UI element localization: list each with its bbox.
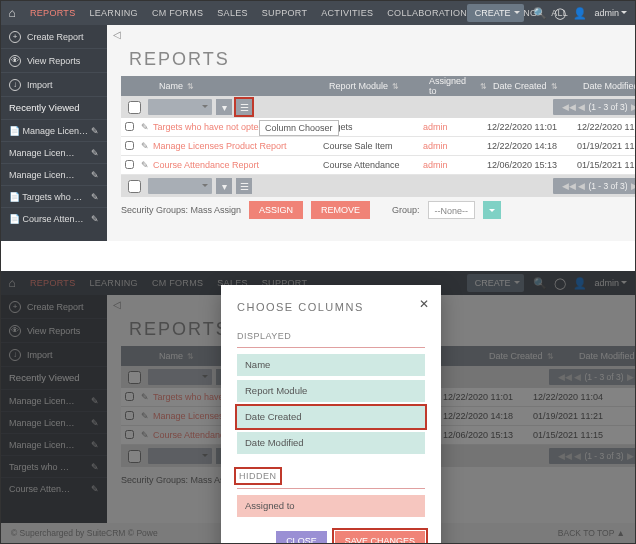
hidden-label: HIDDEN (237, 470, 279, 482)
group-select[interactable]: --None-- (428, 201, 476, 219)
recent-item[interactable]: Manage Licen…✎ (1, 389, 107, 411)
recent-item[interactable]: Manage Licen…✎ (1, 433, 107, 455)
edit-icon[interactable]: ✎ (91, 148, 99, 158)
search-icon[interactable]: 🔍 (530, 277, 550, 290)
sort-icon[interactable]: ⇅ (187, 82, 194, 91)
sort-icon[interactable]: ⇅ (392, 82, 399, 91)
view-reports[interactable]: 👁View Reports (1, 319, 107, 343)
row-module: Course Attendance (323, 160, 423, 170)
nav-collab[interactable]: COLLABORATION (380, 1, 474, 25)
nav-learning[interactable]: LEARNING (82, 271, 144, 295)
row-checkbox[interactable] (125, 141, 134, 150)
modal-title: CHOOSE COLUMNS (237, 301, 425, 313)
column-chip[interactable]: Name (237, 354, 425, 376)
recent-item[interactable]: 📄 Targets who …✎ (1, 185, 107, 207)
row-assigned[interactable]: admin (423, 141, 487, 151)
view-reports[interactable]: 👁View Reports (1, 49, 107, 73)
import-label: Import (27, 80, 53, 90)
bulk-action[interactable] (148, 99, 212, 115)
bulk-action[interactable] (148, 178, 212, 194)
group-dropdown-icon[interactable] (483, 201, 501, 219)
row-name[interactable]: Course Attendance Report (153, 160, 323, 170)
filter-icon[interactable]: ▾ (216, 178, 232, 194)
bell-icon[interactable]: ◯ (550, 277, 570, 290)
mass-assign-footer: Security Groups: Mass Assign ASSIGN REMO… (107, 197, 635, 223)
page-title: REPORTS (107, 43, 635, 76)
edit-icon[interactable]: ✎ (91, 170, 99, 180)
search-icon[interactable]: 🔍 (530, 7, 550, 20)
close-icon[interactable]: ✕ (419, 297, 429, 311)
bell-icon[interactable]: ◯ (550, 7, 570, 20)
user-menu[interactable]: admin (590, 8, 631, 18)
row-modified: 12/22/2020 11:04 (577, 122, 635, 132)
back-to-top[interactable]: BACK TO TOP ▲ (558, 528, 625, 538)
recent-item[interactable]: Targets who …✎ (1, 455, 107, 477)
create-button[interactable]: CREATE (467, 4, 525, 22)
user-menu[interactable]: admin (590, 278, 631, 288)
edit-icon[interactable]: ✎ (137, 141, 153, 151)
table-row[interactable]: ✎ Manage Licenses Product Report Course … (121, 137, 635, 156)
edit-icon[interactable]: ✎ (91, 192, 99, 202)
column-chip[interactable]: Date Created (237, 406, 425, 428)
column-chip[interactable]: Date Modified (237, 432, 425, 454)
nav-support[interactable]: SUPPORT (255, 1, 314, 25)
create-button[interactable]: CREATE (467, 274, 525, 292)
row-name[interactable]: Manage Licenses Product Report (153, 141, 323, 151)
row-checkbox[interactable] (125, 160, 134, 169)
recent-item[interactable]: Manage Licen…✎ (1, 411, 107, 433)
create-report[interactable]: +Create Report (1, 25, 107, 49)
recent-item[interactable]: 📄 Course Atten…✎ (1, 207, 107, 229)
select-all[interactable] (128, 101, 141, 114)
edit-icon[interactable]: ✎ (91, 126, 99, 136)
copyright: © Supercharged by SuiteCRM © Powe (11, 528, 158, 538)
pager-bottom: ◀◀ ◀(1 - 3 of 3)▶ ▶▶ (553, 178, 635, 194)
group-label: Group: (392, 205, 420, 215)
user-icon[interactable]: 👤 (570, 277, 590, 290)
table-toolbar-bottom: ▾ ☰ ◀◀ ◀(1 - 3 of 3)▶ ▶▶ (121, 175, 635, 197)
recent-header: Recently Viewed (1, 367, 107, 389)
nav-sales[interactable]: SALES (210, 1, 255, 25)
choose-columns-modal: ✕ CHOOSE COLUMNS DISPLAYED Name Report M… (221, 285, 441, 543)
sort-icon[interactable]: ⇅ (480, 82, 487, 91)
assign-button[interactable]: ASSIGN (249, 201, 303, 219)
nav-reports[interactable]: REPORTS (23, 271, 82, 295)
recent-item[interactable]: 📄 Manage Licen…✎ (1, 119, 107, 141)
column-chip[interactable]: Report Module (237, 380, 425, 402)
recent-item[interactable]: Course Atten…✎ (1, 477, 107, 499)
create-report-label: Create Report (27, 32, 84, 42)
sort-icon[interactable]: ⇅ (551, 82, 558, 91)
nav-reports[interactable]: REPORTS (23, 1, 82, 25)
modal-close-button[interactable]: CLOSE (276, 531, 327, 543)
table-header: Name⇅ Report Module⇅ Assigned to⇅ Date C… (121, 76, 635, 96)
row-assigned[interactable]: admin (423, 122, 487, 132)
import[interactable]: ↓Import (1, 73, 107, 97)
nav-cmforms[interactable]: CM FORMS (145, 271, 210, 295)
import[interactable]: ↓Import (1, 343, 107, 367)
row-created: 12/22/2020 11:01 (487, 122, 577, 132)
row-checkbox[interactable] (125, 122, 134, 131)
column-chooser-icon[interactable]: ☰ (236, 99, 252, 115)
remove-button[interactable]: REMOVE (311, 201, 370, 219)
column-chip-hidden[interactable]: Assigned to (237, 495, 425, 517)
recent-item[interactable]: Manage Licen…✎ (1, 141, 107, 163)
row-assigned[interactable]: admin (423, 160, 487, 170)
edit-icon[interactable]: ✎ (137, 122, 153, 132)
modal-save-button[interactable]: SAVE CHANGES (335, 531, 425, 543)
nav-activities[interactable]: ACTIVITIES (314, 1, 380, 25)
sg-label: Security Groups: Mass Assign (121, 205, 241, 215)
table-row[interactable]: ✎ Targets who have not opted out o Targe… (121, 118, 635, 137)
table-row[interactable]: ✎ Course Attendance Report Course Attend… (121, 156, 635, 175)
home-icon[interactable]: ⌂ (1, 6, 23, 20)
create-report[interactable]: +Create Report (1, 295, 107, 319)
home-icon[interactable]: ⌂ (1, 276, 23, 290)
edit-icon[interactable]: ✎ (137, 160, 153, 170)
nav-learning[interactable]: LEARNING (82, 1, 144, 25)
column-chooser-icon[interactable]: ☰ (236, 178, 252, 194)
pager-top: ◀◀ ◀(1 - 3 of 3)▶ ▶▶ (553, 99, 635, 115)
edit-icon[interactable]: ✎ (91, 214, 99, 224)
nav-cmforms[interactable]: CM FORMS (145, 1, 210, 25)
user-icon[interactable]: 👤 (570, 7, 590, 20)
filter-icon[interactable]: ▾ (216, 99, 232, 115)
select-all-bottom[interactable] (128, 180, 141, 193)
recent-item[interactable]: Manage Licen…✎ (1, 163, 107, 185)
